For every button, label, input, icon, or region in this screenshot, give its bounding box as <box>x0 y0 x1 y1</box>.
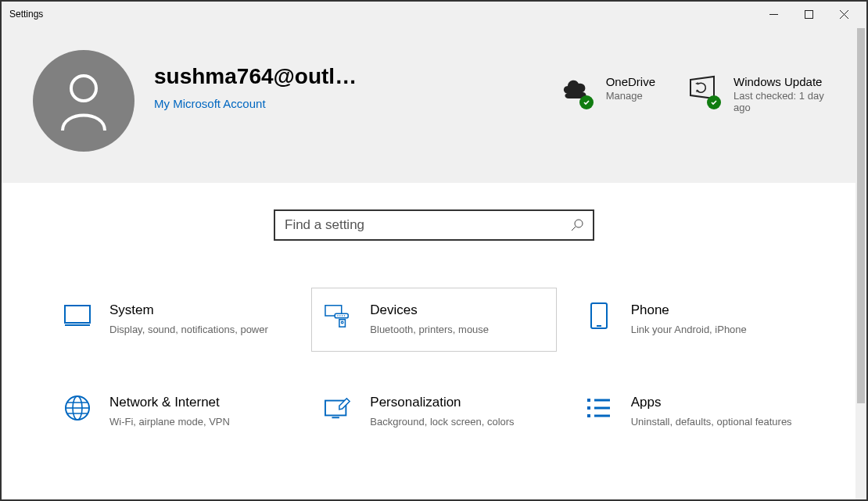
vertical-scrollbar[interactable] <box>855 2 866 499</box>
minimize-icon <box>769 10 778 19</box>
svg-rect-10 <box>335 313 349 318</box>
close-icon <box>840 10 848 19</box>
svg-rect-1 <box>805 10 813 18</box>
update-icon-wrap <box>687 75 718 106</box>
svg-point-11 <box>338 315 339 317</box>
tile-title: Devices <box>370 302 489 318</box>
svg-rect-17 <box>591 303 607 328</box>
avatar[interactable] <box>33 50 135 152</box>
tile-personalization[interactable]: Personalization Background, lock screen,… <box>311 380 556 444</box>
settings-window: Settings sus <box>2 2 866 499</box>
tile-sub: Wi-Fi, airplane mode, VPN <box>109 415 230 429</box>
svg-rect-25 <box>587 406 590 410</box>
svg-point-13 <box>342 315 343 317</box>
tile-title: Personalization <box>370 395 514 410</box>
svg-point-12 <box>339 315 341 317</box>
check-badge-icon <box>707 95 721 109</box>
tile-sub: Background, lock screen, colors <box>370 415 514 429</box>
tile-title: System <box>109 302 268 318</box>
tile-title: Network & Internet <box>109 395 230 410</box>
maximize-icon <box>805 10 813 19</box>
svg-rect-24 <box>587 399 590 402</box>
tile-sub: Link your Android, iPhone <box>631 323 747 337</box>
main-area: Settings sus <box>2 2 866 499</box>
svg-rect-7 <box>65 306 90 323</box>
scroll-thumb[interactable] <box>857 28 865 403</box>
window-controls <box>756 2 862 27</box>
apps-icon <box>586 395 612 421</box>
search-input[interactable] <box>285 217 571 233</box>
svg-point-4 <box>71 76 96 101</box>
svg-rect-26 <box>587 414 590 417</box>
status-section: OneDrive Manage <box>389 50 835 113</box>
onedrive-title: OneDrive <box>606 75 655 88</box>
window-title: Settings <box>9 9 43 20</box>
personalization-icon <box>325 395 351 421</box>
tile-sub: Display, sound, notifications, power <box>109 323 268 337</box>
title-bar: Settings <box>2 2 866 27</box>
tile-title: Phone <box>631 302 747 318</box>
check-badge-icon <box>579 95 594 109</box>
network-icon <box>64 395 91 421</box>
windows-update-status[interactable]: Windows Update Last checked: 1 day ago <box>687 75 835 113</box>
account-info: sushma764@outl… My Microsoft Account <box>154 50 389 110</box>
onedrive-sub: Manage <box>606 90 655 102</box>
system-icon <box>64 302 91 329</box>
account-header: sushma764@outl… My Microsoft Account One… <box>2 27 866 183</box>
account-email: sushma764@outl… <box>154 64 389 89</box>
tile-devices[interactable]: Devices Bluetooth, printers, mouse <box>311 288 556 352</box>
content: System Display, sound, notifications, po… <box>2 183 866 499</box>
settings-grid: System Display, sound, notifications, po… <box>51 288 817 444</box>
devices-icon <box>325 302 351 329</box>
update-sub: Last checked: 1 day ago <box>733 90 835 113</box>
search-box[interactable] <box>274 209 594 241</box>
svg-point-14 <box>344 315 346 317</box>
tile-phone[interactable]: Phone Link your Android, iPhone <box>572 288 817 352</box>
svg-line-6 <box>572 227 576 231</box>
phone-icon <box>586 302 612 329</box>
svg-point-5 <box>575 220 583 227</box>
tile-apps[interactable]: Apps Uninstall, defaults, optional featu… <box>572 380 817 444</box>
minimize-button[interactable] <box>756 2 791 27</box>
search-icon <box>571 219 583 231</box>
onedrive-status[interactable]: OneDrive Manage <box>559 75 655 113</box>
tile-network[interactable]: Network & Internet Wi-Fi, airplane mode,… <box>51 380 296 444</box>
onedrive-icon-wrap <box>559 75 590 106</box>
tile-system[interactable]: System Display, sound, notifications, po… <box>51 288 296 352</box>
tile-sub: Bluetooth, printers, mouse <box>370 323 489 337</box>
tile-sub: Uninstall, defaults, optional features <box>631 415 792 429</box>
update-title: Windows Update <box>733 75 835 88</box>
tile-title: Apps <box>631 395 792 410</box>
my-account-link[interactable]: My Microsoft Account <box>154 97 389 110</box>
avatar-icon <box>56 70 111 132</box>
maximize-button[interactable] <box>791 2 827 27</box>
